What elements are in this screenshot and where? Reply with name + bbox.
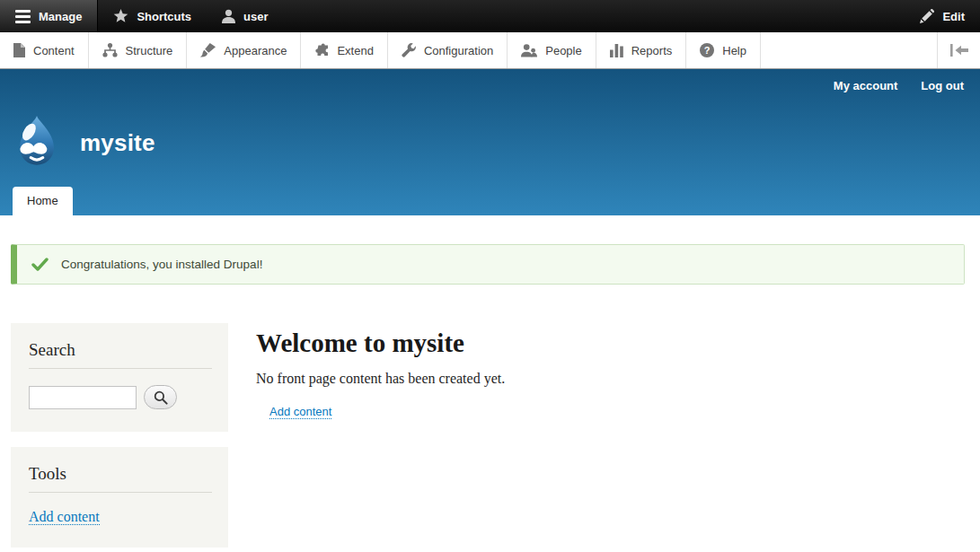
menu-item-reports[interactable]: Reports bbox=[596, 32, 687, 68]
toolbar-item-label: Manage bbox=[39, 10, 82, 23]
people-icon bbox=[521, 43, 537, 57]
question-icon: ? bbox=[700, 43, 714, 57]
secondary-menu: My account Log out bbox=[834, 79, 964, 92]
status-message-text: Congratulations, you installed Drupal! bbox=[61, 258, 262, 271]
menu-item-label: Appearance bbox=[224, 44, 287, 57]
tray-spacer bbox=[761, 32, 937, 68]
menu-item-content[interactable]: Content bbox=[0, 32, 89, 68]
admin-toolbar: Manage Shortcuts user Edit bbox=[0, 0, 980, 32]
site-name[interactable]: mysite bbox=[80, 129, 155, 157]
toolbar-item-label: user bbox=[243, 10, 268, 23]
search-block-title: Search bbox=[29, 340, 212, 360]
page-layout: Search Tools Add content Welcome to mysi… bbox=[0, 323, 980, 552]
puzzle-icon bbox=[314, 43, 329, 57]
toolbar-item-label: Shortcuts bbox=[137, 10, 191, 23]
node-links: Add content bbox=[256, 403, 964, 419]
page-body-text: No front page content has been created y… bbox=[256, 371, 964, 387]
toolbar-item-shortcuts[interactable]: Shortcuts bbox=[98, 0, 207, 32]
edit-label: Edit bbox=[942, 10, 965, 23]
search-input[interactable] bbox=[29, 386, 137, 409]
menu-item-label: Configuration bbox=[424, 44, 493, 57]
menu-item-label: Extend bbox=[337, 44, 373, 57]
drupal-logo[interactable] bbox=[11, 115, 63, 171]
my-account-link[interactable]: My account bbox=[834, 79, 898, 92]
log-out-link[interactable]: Log out bbox=[921, 79, 964, 92]
menu-item-appearance[interactable]: Appearance bbox=[187, 32, 301, 68]
menu-item-people[interactable]: People bbox=[508, 32, 596, 68]
toolbar-item-manage[interactable]: Manage bbox=[0, 0, 98, 32]
tools-block: Tools Add content bbox=[11, 447, 228, 548]
toolbar-orientation-toggle[interactable] bbox=[937, 32, 980, 68]
paintbrush-icon bbox=[200, 43, 216, 57]
status-message: Congratulations, you installed Drupal! bbox=[11, 244, 965, 285]
menu-item-help[interactable]: ? Help bbox=[686, 32, 761, 68]
pencil-icon bbox=[920, 9, 934, 23]
search-button[interactable] bbox=[144, 385, 177, 409]
user-icon bbox=[222, 9, 235, 23]
menu-item-extend[interactable]: Extend bbox=[301, 32, 387, 68]
primary-tabs: Home bbox=[13, 187, 73, 215]
menu-item-label: People bbox=[545, 44, 581, 57]
menu-item-label: Help bbox=[722, 44, 746, 57]
edit-button[interactable]: Edit bbox=[905, 0, 980, 32]
search-icon bbox=[154, 390, 168, 405]
menu-item-configuration[interactable]: Configuration bbox=[388, 32, 508, 68]
add-content-link[interactable]: Add content bbox=[269, 405, 331, 419]
bar-chart-icon bbox=[610, 44, 623, 57]
divider bbox=[29, 368, 212, 369]
tools-block-title: Tools bbox=[29, 464, 212, 484]
star-icon bbox=[113, 9, 128, 23]
site-branding: mysite bbox=[11, 115, 155, 171]
page-title: Welcome to mysite bbox=[256, 329, 964, 358]
menu-icon bbox=[15, 10, 31, 23]
sitemap-icon bbox=[102, 43, 118, 57]
check-icon bbox=[31, 258, 49, 271]
menu-item-structure[interactable]: Structure bbox=[89, 32, 188, 68]
site-header: My account Log out mysite Home bbox=[0, 69, 980, 215]
toolbar-item-user[interactable]: user bbox=[207, 0, 283, 32]
tools-add-content-link[interactable]: Add content bbox=[29, 509, 100, 525]
menu-item-label: Reports bbox=[631, 44, 673, 57]
file-icon bbox=[13, 43, 25, 57]
sidebar: Search Tools Add content bbox=[11, 323, 228, 552]
admin-menu-tray: Content Structure Appearance Extend Conf… bbox=[0, 32, 980, 69]
tab-home[interactable]: Home bbox=[13, 187, 73, 215]
divider bbox=[29, 492, 212, 493]
menu-item-label: Structure bbox=[126, 44, 173, 57]
svg-text:?: ? bbox=[704, 45, 711, 56]
collapse-left-icon bbox=[950, 44, 968, 57]
search-form bbox=[29, 385, 212, 409]
search-block: Search bbox=[11, 323, 228, 432]
main-content: Welcome to mysite No front page content … bbox=[256, 323, 964, 419]
toolbar-spacer bbox=[284, 0, 905, 32]
menu-item-label: Content bbox=[33, 44, 75, 57]
wrench-icon bbox=[402, 43, 416, 57]
